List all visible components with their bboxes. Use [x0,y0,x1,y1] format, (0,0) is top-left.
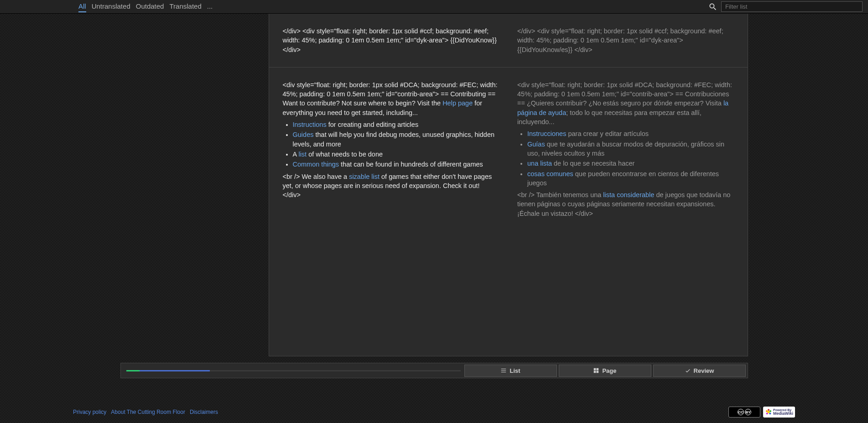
instructions-link[interactable]: Instrucciones [527,130,566,137]
list-icon [500,367,507,374]
mediawiki-badge[interactable]: Powered ByMediaWiki [763,407,795,418]
privacy-link[interactable]: Privacy policy [73,409,106,415]
translation-unit[interactable]: </div> <div style="float: right; border:… [269,14,748,68]
check-icon [685,367,691,374]
topbar: All Untranslated Outdated Translated ... [0,0,868,14]
svg-point-3 [769,413,771,414]
about-link[interactable]: About The Cutting Room Floor [111,409,185,415]
grid-icon [593,367,599,374]
guides-link[interactable]: Guías [527,141,545,148]
svg-point-2 [769,410,771,412]
target-text: <div style="float: right; border: 1px so… [517,80,734,218]
tab-outdated[interactable]: Outdated [136,1,164,12]
progress-blue [140,370,210,371]
list-item: Instrucciones para crear y editar artícu… [527,129,734,138]
list-item: Guías que te ayudarán a buscar modos de … [527,140,734,158]
filter-tabs: All Untranslated Outdated Translated ... [78,1,213,12]
common-things-link[interactable]: Common things [293,161,339,168]
list-item: Guides that will help you find debug mod… [293,130,499,149]
disclaimers-link[interactable]: Disclaimers [190,409,218,415]
source-text: </div> <div style="float: right; border:… [283,26,499,54]
review-button[interactable]: Review [653,365,746,377]
tab-all[interactable]: All [78,1,86,12]
list-item: una lista de lo que se necesita hacer [527,159,734,168]
list-item: cosas comunes que pueden encontrarse en … [527,169,734,188]
search-container [707,1,863,12]
mediawiki-icon [765,408,772,416]
progress-green [126,370,140,371]
sizable-list-link[interactable]: lista considerable [603,191,654,198]
content-area: </div> <div style="float: right; border:… [0,14,868,356]
footer-links: Privacy policy About The Cutting Room Fl… [73,409,218,415]
svg-point-0 [767,411,769,413]
page-button[interactable]: Page [559,365,651,377]
target-text: </div> <div style="float: right; border:… [517,26,734,54]
svg-point-4 [766,413,768,414]
bottom-bar: List Page Review [120,363,748,378]
translation-unit[interactable]: <div style="float: right; border: 1px so… [269,68,748,231]
list-item: Instructions for creating and editing ar… [293,120,499,129]
svg-point-1 [768,409,769,411]
source-text: <div style="float: right; border: 1px so… [283,80,499,218]
help-page-link[interactable]: Help page [442,99,473,107]
footer: Privacy policy About The Cutting Room Fl… [0,401,868,423]
list-link[interactable]: una lista [527,160,552,167]
search-input[interactable] [721,1,863,12]
list-item: Common things that can be found in hundr… [293,160,499,169]
tab-translated[interactable]: Translated [169,1,201,12]
view-buttons: List Page Review [464,365,746,377]
sizable-list-link[interactable]: sizable list [349,173,379,180]
list-button[interactable]: List [464,365,557,377]
search-icon[interactable] [707,1,718,12]
list-link[interactable]: list [298,151,307,158]
tab-untranslated[interactable]: Untranslated [92,1,130,12]
common-things-link[interactable]: cosas comunes [527,170,573,178]
list-item: A list of what needs to be done [293,150,499,159]
guides-link[interactable]: Guides [293,131,314,138]
footer-badges: CCBY Powered ByMediaWiki [728,407,795,418]
svg-point-5 [766,410,768,412]
progress-bar [126,370,461,371]
tab-more[interactable]: ... [207,1,213,12]
translation-list: </div> <div style="float: right; border:… [269,14,748,356]
instructions-link[interactable]: Instructions [293,121,327,128]
cc-badge[interactable]: CCBY [728,407,760,418]
